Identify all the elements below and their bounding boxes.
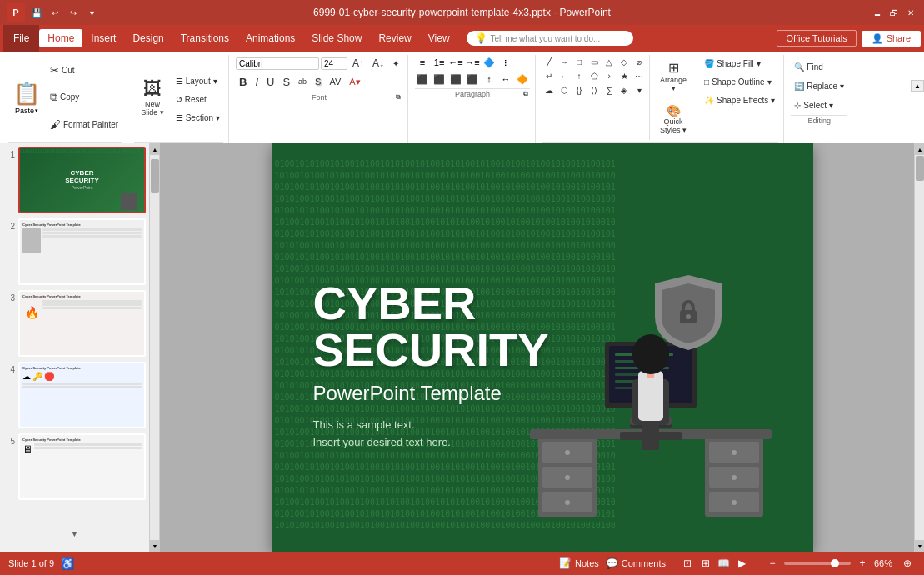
collapse-ribbon-button[interactable]: ▲: [911, 80, 924, 92]
star-shape[interactable]: ★: [617, 69, 631, 82]
font-expand[interactable]: ⧉: [394, 93, 402, 102]
home-menu[interactable]: Home: [39, 29, 82, 48]
increase-font-button[interactable]: A↑: [349, 55, 367, 72]
minimize-button[interactable]: 🗕: [871, 6, 884, 19]
rect-shape[interactable]: □: [572, 55, 586, 68]
slide-thumb-1[interactable]: 1 01001101010010101001010010010101010100…: [3, 147, 146, 213]
arrange-button[interactable]: ⊞ Arrange ▾: [653, 55, 693, 97]
text-direction-button[interactable]: ↕: [482, 72, 497, 87]
close-button[interactable]: ✕: [904, 6, 917, 19]
more-shapes[interactable]: ⋯: [632, 69, 646, 82]
canvas-scroll-thumb[interactable]: [916, 156, 924, 181]
numbering-button[interactable]: 1≡: [432, 55, 447, 70]
new-slide-button[interactable]: 🖼 New Slide ▾: [134, 68, 171, 127]
view-menu[interactable]: View: [420, 29, 458, 48]
select-button[interactable]: ⊹Select▾: [791, 97, 847, 113]
hexagon-shape[interactable]: ⬡: [557, 83, 571, 97]
layout-button[interactable]: ☰Layout▾: [172, 72, 223, 89]
format-painter-button[interactable]: 🖌Format Painter: [47, 117, 122, 133]
find-button[interactable]: 🔍Find: [791, 58, 847, 75]
paragraph-expand[interactable]: ⧉: [522, 90, 530, 98]
justify-button[interactable]: ⬛: [465, 72, 480, 87]
slide-panel-scrollbar[interactable]: ▲ ▼: [150, 143, 160, 552]
slide-image-2[interactable]: Cyber Security PowerPoint Template: [18, 218, 146, 285]
pentagon-shape[interactable]: ⬠: [587, 69, 601, 82]
section-button[interactable]: ☰Section▾: [172, 109, 223, 126]
clear-format-button[interactable]: ✦: [389, 55, 402, 72]
slide-thumb-5[interactable]: 5 Cyber Security PowerPoint Template 🖥: [3, 433, 146, 500]
notes-button[interactable]: 📝 Notes: [559, 558, 599, 569]
smartart-button[interactable]: 🔷: [482, 55, 497, 70]
shape-fill-button[interactable]: 🪣Shape Fill▾: [701, 55, 778, 72]
align-left-button[interactable]: ⬛: [415, 72, 430, 87]
smallcaps-button[interactable]: ab: [295, 73, 310, 90]
restore-button[interactable]: 🗗: [887, 6, 901, 19]
cut-button[interactable]: ✂Cut: [47, 62, 122, 78]
align-text-button[interactable]: ↔: [498, 72, 513, 87]
insert-menu[interactable]: Insert: [82, 29, 124, 48]
equation-shape[interactable]: ∑: [602, 83, 616, 97]
undo-button[interactable]: ↩: [48, 6, 62, 19]
fit-slide-button[interactable]: ⊕: [899, 555, 916, 572]
slide-image-1[interactable]: 0100110101001010100101001001010101010010…: [18, 147, 146, 213]
slide-image-3[interactable]: Cyber Security PowerPoint Template 🔥: [18, 290, 146, 357]
font-color-button[interactable]: A▾: [346, 73, 363, 90]
scroll-down-arrow[interactable]: ▼: [0, 529, 149, 538]
shadow-button[interactable]: S: [312, 73, 324, 90]
scroll-thumb[interactable]: [151, 159, 159, 192]
quick-styles-button[interactable]: 🎨 Quick Styles ▾: [653, 98, 693, 140]
char-spacing-button[interactable]: AV: [326, 73, 344, 90]
chevron-shape[interactable]: ›: [602, 69, 616, 82]
decrease-font-button[interactable]: A↓: [369, 55, 387, 72]
save-button[interactable]: 💾: [30, 6, 43, 19]
paste-button[interactable]: 📋 Paste▾: [8, 55, 45, 140]
flow-shape[interactable]: ◈: [617, 83, 631, 97]
font-size-input[interactable]: [321, 58, 347, 70]
increase-indent-button[interactable]: →≡: [465, 55, 480, 70]
copy-button[interactable]: ⧉Copy: [47, 89, 122, 106]
design-menu[interactable]: Design: [124, 29, 172, 48]
canvas-scroll-down[interactable]: ▼: [915, 540, 924, 552]
columns-button[interactable]: ⫶: [498, 55, 513, 70]
shape-outline-button[interactable]: □Shape Outline▾: [701, 73, 778, 90]
brace-shape[interactable]: ⟨⟩: [587, 83, 601, 97]
transitions-menu[interactable]: Transitions: [172, 29, 237, 48]
cylinder-shape[interactable]: ⌀: [632, 55, 646, 68]
bracket-shape[interactable]: {}: [572, 83, 586, 97]
accessibility-icon[interactable]: ♿: [61, 558, 74, 570]
arrow-shape[interactable]: →: [557, 55, 571, 68]
canvas-scroll-up[interactable]: ▲: [915, 143, 924, 155]
redo-button[interactable]: ↪: [67, 6, 80, 19]
zoom-in-button[interactable]: +: [854, 555, 871, 572]
italic-button[interactable]: I: [252, 73, 262, 90]
curved-arrow-shape[interactable]: ↵: [542, 69, 556, 82]
rect2-shape[interactable]: ▭: [587, 55, 601, 68]
canvas-scrollbar[interactable]: ▲ ▼: [914, 143, 924, 552]
bold-button[interactable]: B: [236, 73, 250, 90]
slide-image-5[interactable]: Cyber Security PowerPoint Template 🖥: [18, 433, 146, 500]
scroll-down-button[interactable]: ▼: [150, 540, 160, 552]
comments-button[interactable]: 💬 Comments: [606, 558, 666, 569]
left-arrow-shape[interactable]: ←: [557, 69, 571, 82]
align-right-button[interactable]: ⬛: [448, 72, 463, 87]
zoom-slider[interactable]: [784, 562, 851, 565]
diamond-shape[interactable]: ◇: [617, 55, 631, 68]
slide-thumb-4[interactable]: 4 Cyber Security PowerPoint Template ☁ 🔑…: [3, 362, 146, 428]
animations-menu[interactable]: Animations: [237, 29, 303, 48]
slideshow-view-button[interactable]: ▶: [734, 555, 751, 572]
slide-sorter-button[interactable]: ⊞: [697, 555, 714, 572]
slideshow-menu[interactable]: Slide Show: [303, 29, 370, 48]
strikethrough-button[interactable]: S: [279, 73, 293, 90]
normal-view-button[interactable]: ⊡: [679, 555, 696, 572]
expand-shapes[interactable]: ▾: [632, 83, 646, 97]
customize-qat-button[interactable]: ▾: [85, 6, 98, 19]
slide-thumb-3[interactable]: 3 Cyber Security PowerPoint Template 🔥: [3, 290, 146, 357]
bullets-button[interactable]: ≡: [415, 55, 430, 70]
tell-me-input[interactable]: Tell me what you want to do...: [491, 34, 601, 43]
align-center-button[interactable]: ⬛: [432, 72, 447, 87]
file-menu[interactable]: File: [3, 25, 39, 52]
reading-view-button[interactable]: 📖: [716, 555, 732, 572]
replace-button[interactable]: 🔄Replace▾: [791, 78, 847, 94]
callout-shape[interactable]: ☁: [542, 83, 556, 97]
slide-canvas[interactable]: 0100101010010100101001010100101001010100…: [272, 143, 813, 552]
